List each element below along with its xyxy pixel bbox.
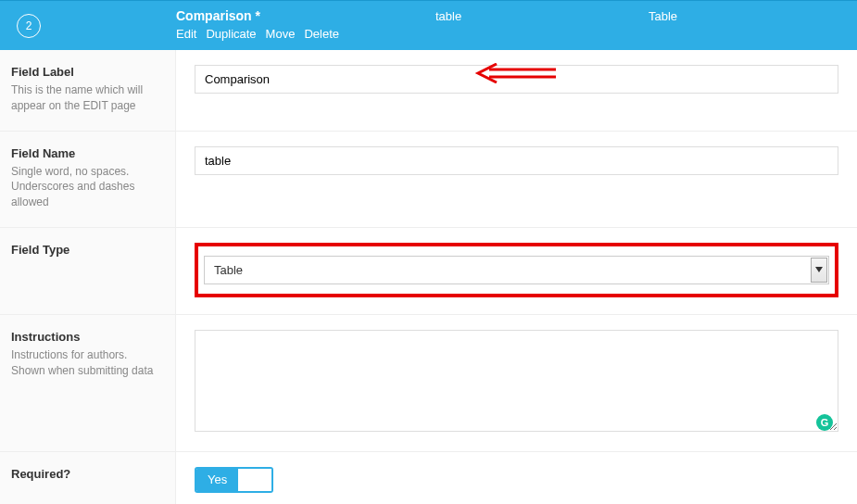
label-col-field-name: Field Name Single word, no spaces. Under… — [0, 132, 176, 227]
toggle-off-side — [238, 469, 271, 491]
field-type-select[interactable]: Table — [204, 256, 829, 284]
field-type-selected: Table — [204, 256, 829, 284]
header-field-type: Table — [649, 9, 677, 23]
label-col-field-type: Field Type — [0, 228, 176, 314]
label-title: Required? — [11, 467, 164, 481]
move-link[interactable]: Move — [266, 27, 296, 41]
label-desc: Single word, no spaces. Underscores and … — [11, 164, 164, 210]
field-col-instructions: G — [176, 315, 857, 451]
duplicate-link[interactable]: Duplicate — [206, 27, 256, 41]
svg-marker-2 — [815, 267, 823, 272]
field-number-badge: 2 — [17, 14, 41, 38]
chevron-down-icon — [811, 258, 827, 283]
label-col-instructions: Instructions Instructions for authors. S… — [0, 315, 176, 451]
header-main: Comparison * table Table Edit Duplicate … — [176, 8, 857, 41]
required-toggle[interactable]: Yes — [195, 467, 273, 493]
field-col-field-label — [176, 50, 857, 131]
field-col-field-type: Table — [176, 228, 857, 314]
field-col-required: Yes — [176, 452, 857, 504]
grammarly-icon: G — [816, 414, 833, 431]
label-title: Field Name — [11, 146, 164, 160]
row-field-type: Field Type Table — [0, 228, 857, 315]
label-col-field-label: Field Label This is the name which will … — [0, 50, 176, 131]
row-required: Required? Yes — [0, 452, 857, 504]
field-header: 2 Comparison * table Table Edit Duplicat… — [0, 0, 857, 50]
header-title: Comparison * — [176, 8, 435, 23]
label-desc: Instructions for authors. Shown when sub… — [11, 347, 164, 379]
label-desc: This is the name which will appear on th… — [11, 82, 164, 114]
instructions-textarea[interactable] — [195, 330, 838, 432]
row-instructions: Instructions Instructions for authors. S… — [0, 315, 857, 452]
label-title: Field Type — [11, 243, 164, 257]
field-label-input[interactable] — [195, 65, 838, 94]
toggle-on-label: Yes — [196, 469, 238, 491]
label-title: Instructions — [11, 330, 164, 344]
row-field-name: Field Name Single word, no spaces. Under… — [0, 132, 857, 228]
delete-link[interactable]: Delete — [304, 27, 339, 41]
edit-link[interactable]: Edit — [176, 27, 196, 41]
header-field-name: table — [435, 9, 649, 23]
row-field-label: Field Label This is the name which will … — [0, 50, 857, 132]
field-name-input[interactable] — [195, 146, 838, 175]
label-col-required: Required? — [0, 452, 176, 504]
highlight-box: Table — [195, 243, 838, 297]
label-title: Field Label — [11, 65, 164, 79]
header-number-col: 2 — [0, 8, 176, 38]
header-top-row: Comparison * table Table — [176, 8, 857, 23]
field-col-field-name — [176, 132, 857, 227]
header-actions: Edit Duplicate Move Delete — [176, 27, 857, 41]
